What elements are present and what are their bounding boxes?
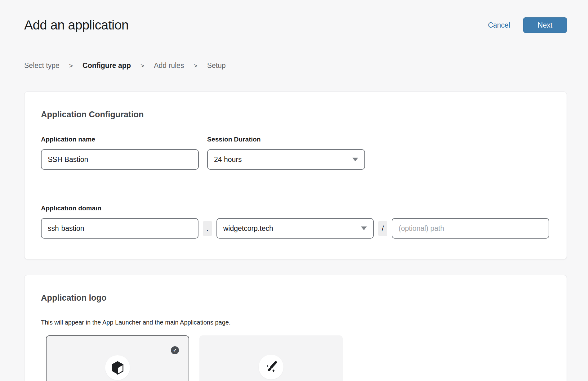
card-application-logo: Application logo This will appear in the… [24, 275, 567, 381]
application-domain-label: Application domain [41, 204, 549, 212]
logo-description: This will appear in the App Launcher and… [41, 319, 549, 326]
cube-icon [111, 361, 124, 375]
application-name-input[interactable] [41, 149, 199, 170]
logo-option-default[interactable]: ✓ [46, 335, 189, 381]
step-add-rules[interactable]: Add rules [154, 61, 184, 70]
session-duration-group: Session Duration 24 hours [207, 136, 365, 170]
chevron-down-icon [361, 226, 367, 230]
logo-option-custom[interactable] [199, 335, 343, 381]
slash-separator: / [378, 221, 387, 236]
dot-separator: . [203, 221, 212, 236]
session-duration-value: 24 hours [214, 155, 242, 164]
default-logo-circle [105, 355, 130, 380]
domain-value: widgetcorp.tech [223, 224, 273, 233]
chevron-down-icon [352, 158, 358, 161]
next-button[interactable]: Next [523, 17, 567, 33]
header: Add an application Cancel Next [24, 17, 567, 33]
application-domain-row: . widgetcorp.tech / [41, 218, 549, 239]
header-actions: Cancel Next [488, 17, 567, 33]
application-domain-section: Application domain . widgetcorp.tech / [41, 204, 549, 239]
paintbrush-icon [264, 360, 278, 374]
step-setup[interactable]: Setup [207, 61, 226, 70]
name-session-row: Application name Session Duration 24 hou… [41, 136, 549, 170]
card-application-configuration: Application Configuration Application na… [24, 92, 567, 259]
session-duration-select[interactable]: 24 hours [207, 149, 365, 170]
cancel-button[interactable]: Cancel [488, 21, 510, 29]
selected-check-badge: ✓ [171, 346, 179, 354]
application-name-group: Application name [41, 136, 199, 170]
breadcrumb-separator: > [140, 62, 144, 69]
check-icon: ✓ [173, 347, 177, 353]
path-input[interactable] [392, 218, 549, 239]
session-duration-label: Session Duration [207, 136, 365, 143]
breadcrumb: Select type > Configure app > Add rules … [24, 61, 567, 70]
config-heading: Application Configuration [41, 110, 549, 119]
application-name-label: Application name [41, 136, 199, 143]
breadcrumb-separator: > [69, 62, 73, 69]
step-configure-app[interactable]: Configure app [82, 61, 131, 70]
step-select-type[interactable]: Select type [24, 61, 60, 70]
custom-logo-circle [259, 355, 283, 379]
page-title: Add an application [24, 18, 129, 33]
breadcrumb-separator: > [194, 62, 197, 69]
subdomain-input[interactable] [41, 218, 198, 239]
page: Add an application Cancel Next Select ty… [0, 0, 588, 381]
logo-heading: Application logo [41, 293, 549, 303]
domain-select[interactable]: widgetcorp.tech [216, 218, 374, 239]
logo-options: ✓ [46, 335, 549, 381]
